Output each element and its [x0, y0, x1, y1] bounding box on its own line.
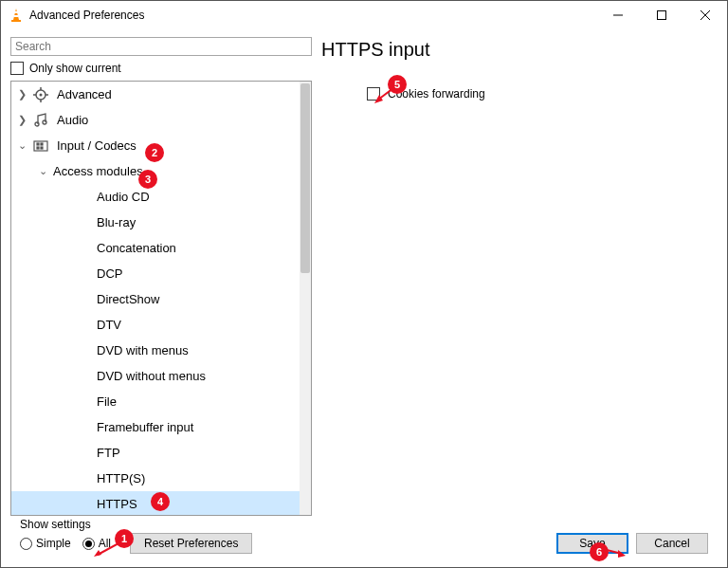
- tree-item-label: DVD with menus: [97, 343, 189, 357]
- chevron-down-icon: ⌄: [38, 165, 47, 177]
- show-settings-simple[interactable]: Simple: [20, 537, 71, 550]
- tree-item-label: FTP: [97, 446, 120, 460]
- maximize-button[interactable]: [640, 1, 683, 29]
- tree-item-https[interactable]: HTTPS: [11, 491, 300, 515]
- radio-icon: [20, 538, 32, 550]
- radio-label: All: [99, 537, 111, 550]
- preferences-tree: ❯ Advanced ❯ Audio: [10, 81, 312, 516]
- svg-rect-19: [37, 147, 39, 149]
- tree-item-label: DCP: [97, 266, 122, 281]
- show-settings-group: Show settings Simple All Reset Preferenc…: [20, 533, 252, 554]
- tree-item-label: DVD without menus: [97, 369, 206, 383]
- tree-item-label: Concatenation: [97, 241, 176, 255]
- cancel-button[interactable]: Cancel: [636, 533, 708, 554]
- vlc-cone-icon: [9, 8, 24, 23]
- tree-item-directshow[interactable]: DirectShow: [11, 286, 300, 312]
- svg-rect-20: [41, 147, 43, 149]
- show-settings-all[interactable]: All: [82, 537, 111, 550]
- only-show-current-label: Only show current: [29, 62, 121, 75]
- tree-item-label: Audio CD: [97, 190, 150, 204]
- window-title: Advanced Preferences: [29, 9, 144, 22]
- svg-rect-3: [14, 15, 19, 17]
- codec-icon: [32, 137, 49, 155]
- tree-item-label: HTTPS: [97, 497, 137, 511]
- tree-item-file[interactable]: File: [11, 389, 300, 414]
- tree-item-label: DTV: [97, 318, 121, 332]
- tree-item-advanced[interactable]: ❯ Advanced: [11, 82, 300, 107]
- tree-item-dvd-with-menus[interactable]: DVD with menus: [11, 338, 300, 363]
- cookies-forwarding-checkbox[interactable]: [367, 87, 380, 101]
- svg-rect-17: [37, 143, 39, 145]
- scrollbar-thumb[interactable]: [300, 83, 310, 273]
- tree-item-label: HTTP(S): [97, 471, 145, 486]
- tree-item-audio[interactable]: ❯ Audio: [11, 107, 300, 133]
- close-button[interactable]: [683, 1, 727, 29]
- svg-point-14: [35, 122, 39, 126]
- svg-rect-18: [41, 143, 43, 145]
- tree-item-concatenation[interactable]: Concatenation: [11, 235, 300, 261]
- svg-rect-5: [658, 11, 666, 20]
- radio-label: Simple: [36, 537, 71, 550]
- minimize-button[interactable]: [596, 1, 640, 29]
- tree-item-label: Framebuffer input: [97, 420, 193, 434]
- only-show-current-toggle[interactable]: Only show current: [10, 62, 312, 75]
- titlebar: Advanced Preferences: [1, 1, 727, 29]
- tree-item-access-modules[interactable]: ⌄ Access modules: [11, 158, 300, 184]
- only-show-current-checkbox[interactable]: [10, 62, 24, 75]
- tree-item-label: Blu-ray: [97, 215, 136, 229]
- tree-item-http-s[interactable]: HTTP(S): [11, 466, 300, 491]
- tree-item-audio-cd[interactable]: Audio CD: [11, 184, 300, 210]
- tree-item-label: Access modules: [53, 164, 143, 178]
- close-icon: [701, 10, 710, 20]
- tree-scrollbar[interactable]: [300, 82, 311, 515]
- show-settings-label: Show settings: [20, 518, 91, 531]
- panel-title: HTTPS input: [321, 39, 710, 61]
- tree-item-dcp[interactable]: DCP: [11, 261, 300, 286]
- reset-preferences-button[interactable]: Reset Preferences: [130, 533, 252, 554]
- svg-marker-0: [13, 9, 19, 20]
- tree-item-blu-ray[interactable]: Blu-ray: [11, 210, 300, 235]
- save-button[interactable]: Save: [556, 533, 628, 554]
- tree-item-label: Audio: [57, 113, 88, 127]
- radio-icon: [82, 538, 95, 550]
- settings-panel: HTTPS input Cookies forwarding: [321, 37, 718, 516]
- chevron-right-icon: ❯: [17, 114, 27, 126]
- svg-rect-2: [14, 11, 18, 13]
- minimize-icon: [613, 10, 623, 20]
- tree-item-dtv[interactable]: DTV: [11, 312, 300, 338]
- search-input[interactable]: [10, 37, 312, 56]
- svg-point-9: [40, 93, 43, 96]
- svg-rect-1: [11, 20, 21, 22]
- tree-item-framebuffer-input[interactable]: Framebuffer input: [11, 414, 300, 440]
- tree-item-input-codecs[interactable]: ⌄ Input / Codecs: [11, 133, 300, 158]
- tree-item-label: Input / Codecs: [57, 138, 136, 153]
- maximize-icon: [657, 10, 666, 20]
- tree-item-dvd-without-menus[interactable]: DVD without menus: [11, 363, 300, 389]
- tree-item-label: File: [97, 394, 117, 409]
- preferences-window: Advanced Preferences Only show current: [0, 0, 728, 568]
- footer: Show settings Simple All Reset Preferenc…: [10, 516, 718, 563]
- window-controls: [596, 1, 727, 29]
- chevron-down-icon: ⌄: [17, 139, 27, 152]
- cookies-forwarding-label: Cookies forwarding: [388, 87, 485, 101]
- cookies-forwarding-option[interactable]: Cookies forwarding: [367, 87, 710, 101]
- tree-item-label: DirectShow: [97, 292, 159, 306]
- tree-item-ftp[interactable]: FTP: [11, 440, 300, 466]
- music-note-icon: [32, 112, 49, 129]
- svg-point-15: [43, 120, 46, 124]
- gear-icon: [32, 86, 49, 103]
- chevron-right-icon: ❯: [17, 88, 27, 101]
- tree-item-label: Advanced: [57, 87, 112, 101]
